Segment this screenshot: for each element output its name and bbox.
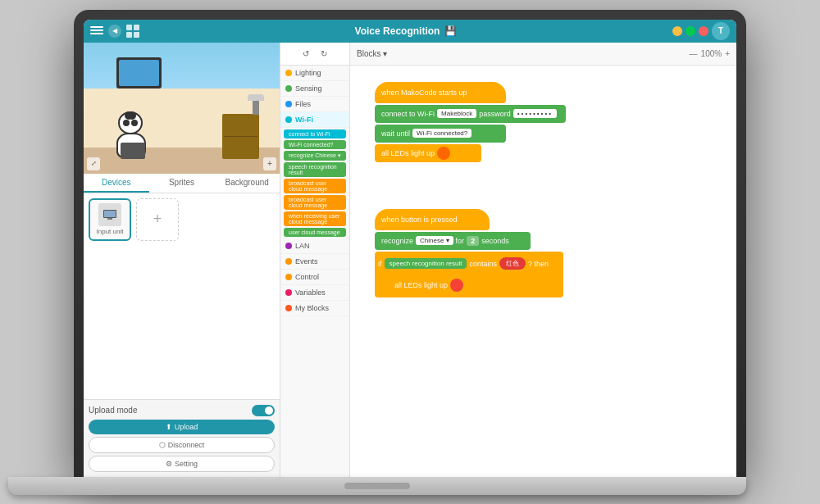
wifi-dot bbox=[285, 116, 292, 123]
mini-block-broadcast1[interactable]: broadcast user cloud message bbox=[284, 179, 346, 193]
mini-block-connect[interactable]: connect to Wi-Fi bbox=[284, 129, 346, 138]
upload-mode-toggle[interactable] bbox=[252, 405, 275, 416]
speech-result-condition[interactable]: speech recognition result bbox=[385, 258, 467, 269]
connect-wifi-block: connect to Wi-Fi Makeblock password ••••… bbox=[375, 105, 566, 123]
upload-mode-row: Upload mode bbox=[89, 405, 275, 416]
if-code-block[interactable]: if speech recognition result contains 红色 bbox=[378, 255, 555, 273]
block-group-2: when button is pressed recognize Chinese… bbox=[375, 209, 563, 297]
zoom-out-btn[interactable]: — bbox=[690, 49, 698, 58]
recognize-code-block[interactable]: recognize Chinese ▾ for 2 seconds bbox=[375, 232, 531, 250]
if-wrapper: if speech recognition result contains 红色 bbox=[375, 252, 563, 297]
mini-block-receive[interactable]: when receiving user cloud message bbox=[284, 211, 346, 226]
titlebar-right: T bbox=[672, 22, 730, 40]
connect-wifi-code-block[interactable]: connect to Wi-Fi Makeblock password ••••… bbox=[375, 105, 566, 123]
hamburger-menu-icon[interactable] bbox=[90, 26, 103, 36]
when-makocode-starts[interactable]: when MakoCode starts up bbox=[375, 82, 506, 103]
maximize-button[interactable] bbox=[686, 26, 695, 36]
redo-button[interactable]: ↻ bbox=[317, 47, 330, 60]
svg-rect-2 bbox=[107, 218, 112, 220]
scene-preview: ⤢ + bbox=[84, 43, 280, 174]
preview-add-btn[interactable]: + bbox=[263, 157, 276, 170]
app-window: ◀ Voice Recognition 💾 T bbox=[84, 20, 736, 477]
seconds-val[interactable]: 2 bbox=[467, 236, 479, 246]
undo-button[interactable]: ↺ bbox=[299, 47, 312, 60]
when-button-pressed[interactable]: when button is pressed bbox=[375, 209, 490, 230]
if-body: all LEDs light up bbox=[388, 276, 560, 294]
tab-sprites[interactable]: Sprites bbox=[149, 174, 215, 193]
category-lighting[interactable]: Lighting bbox=[280, 66, 349, 81]
sprite-area: Input unit + bbox=[84, 193, 280, 399]
zoom-in-btn[interactable]: + bbox=[725, 49, 730, 58]
zoom-level: 100% bbox=[701, 49, 722, 58]
avatar[interactable]: T bbox=[712, 22, 730, 40]
laptop-base bbox=[8, 477, 746, 495]
hat-block-1: when MakoCode starts up bbox=[375, 82, 566, 103]
mini-block-broadcast2[interactable]: broadcast user cloud message bbox=[284, 195, 346, 210]
scene-laptop-prop bbox=[121, 143, 145, 159]
tab-devices[interactable]: Devices bbox=[84, 174, 149, 193]
titlebar: ◀ Voice Recognition 💾 T bbox=[84, 20, 736, 43]
scene-lamp bbox=[253, 98, 259, 115]
sprite-item-device[interactable]: Input unit bbox=[89, 198, 131, 241]
category-files[interactable]: Files bbox=[280, 97, 349, 112]
color-badge-orange[interactable] bbox=[437, 147, 450, 160]
screen-bezel: ◀ Voice Recognition 💾 T bbox=[84, 20, 736, 477]
mini-block-recognize[interactable]: recognize Chinese ▾ bbox=[284, 151, 346, 161]
myblocks-dot bbox=[285, 305, 292, 311]
upload-section: Upload mode ⬆ Upload ⬡ Disconnect bbox=[84, 399, 280, 477]
main-area: ⤢ + Devices Sprites Background bbox=[84, 43, 736, 477]
sprite-label: Input unit bbox=[97, 228, 124, 235]
recognize-block: recognize Chinese ▾ for 2 seconds bbox=[375, 232, 563, 250]
category-sensing[interactable]: Sensing bbox=[280, 81, 349, 97]
code-area: Blocks ▾ — 100% + bbox=[350, 43, 736, 477]
color-badge-red[interactable] bbox=[450, 279, 463, 292]
titlebar-left: ◀ bbox=[90, 25, 139, 38]
fullscreen-btn[interactable]: ⤢ bbox=[87, 157, 100, 170]
mini-block-speech[interactable]: speech recognition result bbox=[284, 162, 346, 177]
contains-val[interactable]: 红色 bbox=[499, 257, 526, 270]
wait-until-code-block[interactable]: wait until Wi-Fi connected? bbox=[375, 125, 506, 143]
close-button[interactable] bbox=[699, 26, 708, 36]
category-myblocks-label: My Blocks bbox=[295, 304, 329, 312]
code-canvas[interactable]: when MakoCode starts up connect to Wi-Fi… bbox=[350, 66, 736, 477]
events-dot bbox=[285, 258, 292, 265]
grid-icon[interactable] bbox=[126, 25, 139, 38]
language-input[interactable]: Chinese ▾ bbox=[416, 236, 453, 245]
tab-background[interactable]: Background bbox=[214, 174, 280, 193]
wifi-connected-input[interactable]: Wi-Fi connected? bbox=[412, 129, 472, 138]
wifi-password-input[interactable]: ••••••••• bbox=[513, 109, 557, 118]
category-control[interactable]: Control bbox=[280, 270, 349, 285]
category-wifi[interactable]: Wi-Fi bbox=[280, 112, 349, 128]
category-lan[interactable]: LAN bbox=[280, 238, 349, 254]
back-button[interactable]: ◀ bbox=[108, 25, 121, 38]
blocks-toolbar: ↺ ↻ bbox=[280, 43, 349, 66]
category-variables[interactable]: Variables bbox=[280, 285, 349, 301]
leds-code-block-2[interactable]: all LEDs light up bbox=[388, 276, 560, 294]
wifi-ssid-input[interactable]: Makeblock bbox=[437, 109, 476, 118]
minimize-button[interactable] bbox=[672, 26, 682, 36]
add-sprite-btn[interactable]: + bbox=[136, 198, 179, 241]
app-title: Voice Recognition bbox=[355, 25, 440, 37]
disconnect-button[interactable]: ⬡ Disconnect bbox=[89, 437, 275, 453]
panda-ear-right bbox=[125, 111, 133, 120]
category-events-label: Events bbox=[295, 257, 318, 266]
scene-dresser bbox=[222, 114, 259, 159]
sprite-icon bbox=[98, 203, 121, 226]
category-wifi-label: Wi-Fi bbox=[295, 116, 313, 124]
save-icon[interactable]: 💾 bbox=[444, 25, 457, 37]
titlebar-center: Voice Recognition 💾 bbox=[139, 25, 672, 37]
lan-dot bbox=[285, 243, 292, 249]
panda-head bbox=[118, 111, 143, 134]
mini-block-cloud-msg[interactable]: user cloud message bbox=[284, 228, 346, 237]
category-files-label: Files bbox=[295, 100, 311, 108]
mini-block-wificonn[interactable]: Wi-Fi connected? bbox=[284, 140, 346, 149]
upload-button[interactable]: ⬆ Upload bbox=[89, 420, 275, 434]
blocks-dropdown[interactable]: Blocks ▾ bbox=[357, 49, 387, 58]
category-events[interactable]: Events bbox=[280, 254, 349, 270]
sprite-grid: Input unit + bbox=[89, 198, 275, 241]
leds-code-block-1[interactable]: all LEDs light up bbox=[375, 144, 481, 162]
setting-button[interactable]: ⚙ Setting bbox=[89, 456, 275, 472]
category-myblocks[interactable]: My Blocks bbox=[280, 301, 349, 316]
category-lan-label: LAN bbox=[295, 242, 310, 250]
left-panel: ⤢ + Devices Sprites Background bbox=[84, 43, 280, 477]
